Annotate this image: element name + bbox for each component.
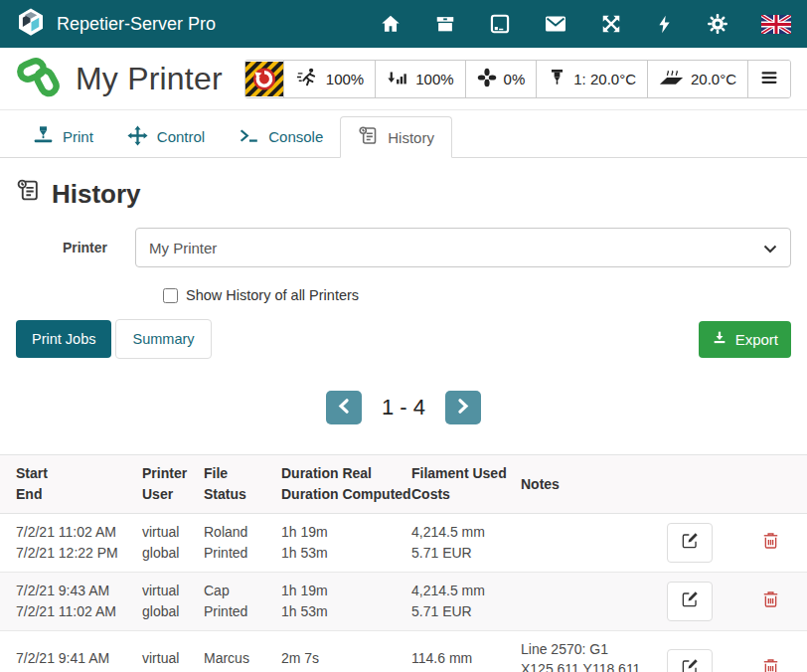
download-icon xyxy=(712,330,727,349)
extruder-icon xyxy=(548,68,566,89)
cell-printer-user: virtual global xyxy=(134,631,196,672)
chevron-down-icon xyxy=(763,240,777,256)
printer-select-row: Printer My Printer xyxy=(16,228,791,267)
edit-note-button[interactable] xyxy=(667,582,713,621)
tab-control[interactable]: Control xyxy=(110,116,222,157)
all-printers-checkbox-row: Show History of all Printers xyxy=(163,287,791,303)
view-buttons-row: Print Jobs Summary Export xyxy=(0,319,807,359)
cell-notes: Line 2570: G1 X125.611 Y118.611 E0.03238… xyxy=(513,631,646,672)
brand-title: Repetier-Server Pro xyxy=(57,14,216,35)
printer-select[interactable]: My Printer xyxy=(135,228,791,267)
delete-job-button[interactable] xyxy=(758,530,782,557)
fan-value: 0% xyxy=(504,71,526,87)
print-jobs-table: Start End Printer User File Status Durat… xyxy=(0,454,807,672)
fan-icon xyxy=(477,68,497,90)
edit-note-button[interactable] xyxy=(667,523,713,563)
tab-history-label: History xyxy=(388,129,434,146)
print-icon xyxy=(33,125,54,149)
cell-filament-costs: 114.6 mm 5.02 EUR xyxy=(404,631,513,672)
extruder-temp-value: 1: 20.0°C xyxy=(573,71,636,87)
prev-page-button[interactable] xyxy=(326,391,362,424)
edit-note-button[interactable] xyxy=(667,649,713,672)
history-section: History Printer My Printer Show History … xyxy=(0,158,807,303)
cell-file-status: Cap Printed xyxy=(196,573,273,631)
tab-console[interactable]: Console xyxy=(222,116,340,157)
language-flag-icon[interactable] xyxy=(761,15,791,34)
cell-printer-user: virtual global xyxy=(134,514,196,573)
chevron-left-icon xyxy=(338,399,350,417)
cell-start-end: 7/2/21 9:43 AM 7/2/21 11:02 AM xyxy=(0,573,134,631)
history-heading: History xyxy=(16,178,791,210)
speed-value: 100% xyxy=(326,71,364,87)
expand-icon[interactable] xyxy=(600,13,622,35)
speed-button[interactable]: 100% xyxy=(283,61,375,97)
cell-filament-costs: 4,214.5 mm 5.71 EUR xyxy=(404,573,513,631)
gear-icon[interactable] xyxy=(707,13,728,35)
col-delete xyxy=(726,455,807,514)
heated-bed-icon xyxy=(659,67,684,91)
tab-console-label: Console xyxy=(268,128,323,145)
app-logo-icon xyxy=(16,7,46,42)
summary-button[interactable]: Summary xyxy=(115,319,211,359)
chevron-right-icon xyxy=(457,399,469,417)
navbar-icons xyxy=(380,12,791,36)
cell-start-end: 7/2/21 9:41 AM 7/2/21 9:43 AM xyxy=(0,631,134,672)
cell-duration: 1h 19m 1h 53m xyxy=(273,573,404,631)
printer-frame-icon[interactable] xyxy=(489,13,511,35)
trash-icon xyxy=(761,588,780,615)
printer-tabs: Print Control Console History xyxy=(0,110,807,158)
page-title: My Printer xyxy=(76,61,223,97)
delete-job-button[interactable] xyxy=(758,656,782,672)
connection-link-icon[interactable] xyxy=(16,56,62,101)
history-clipboard-icon xyxy=(358,125,379,149)
move-arrows-icon xyxy=(127,125,148,149)
col-filament-costs: Filament Used Costs xyxy=(404,455,513,514)
cell-filament-costs: 4,214.5 mm 5.71 EUR xyxy=(404,514,513,573)
table-header-row: Start End Printer User File Status Durat… xyxy=(0,455,807,514)
printer-select-label: Printer xyxy=(16,240,135,255)
all-printers-checkbox[interactable] xyxy=(163,288,178,303)
cell-start-end: 7/2/21 11:02 AM 7/2/21 12:22 PM xyxy=(0,514,134,573)
fan-button[interactable]: 0% xyxy=(465,61,537,97)
emergency-stop-button[interactable] xyxy=(245,61,283,97)
col-printer-user: Printer User xyxy=(134,455,196,514)
table-row: 7/2/21 9:43 AM 7/2/21 11:02 AM virtual g… xyxy=(0,573,807,631)
cell-file-status: Roland Printed xyxy=(196,514,273,573)
box-icon[interactable] xyxy=(434,13,456,35)
cell-file-status: Marcus Aborted xyxy=(196,631,273,672)
next-page-button[interactable] xyxy=(445,391,481,424)
flow-button[interactable]: 100% xyxy=(375,61,464,97)
tab-history[interactable]: History xyxy=(340,116,452,158)
hamburger-menu-icon xyxy=(759,68,779,90)
brand[interactable]: Repetier-Server Pro xyxy=(16,7,216,42)
page-range-label: 1 - 4 xyxy=(382,395,425,420)
top-navbar: Repetier-Server Pro xyxy=(0,0,807,48)
print-jobs-button[interactable]: Print Jobs xyxy=(16,320,111,358)
col-file-status: File Status xyxy=(196,455,273,514)
flow-icon xyxy=(387,67,408,91)
printer-select-value: My Printer xyxy=(149,240,217,256)
history-heading-text: History xyxy=(52,179,141,210)
bed-temp-button[interactable]: 20.0°C xyxy=(647,61,747,97)
cell-duration: 1h 19m 1h 53m xyxy=(273,514,404,573)
export-button[interactable]: Export xyxy=(699,321,791,358)
tab-print[interactable]: Print xyxy=(16,116,110,157)
tab-control-label: Control xyxy=(157,128,205,145)
cell-printer-user: virtual global xyxy=(134,573,196,631)
cell-duration: 2m 7s 1h 53m xyxy=(273,631,404,672)
mail-icon[interactable] xyxy=(544,12,567,36)
cell-notes xyxy=(513,514,646,573)
export-button-label: Export xyxy=(735,331,778,348)
extruder-temp-button[interactable]: 1: 20.0°C xyxy=(536,61,647,97)
printer-menu-button[interactable] xyxy=(747,61,790,97)
col-notes: Notes xyxy=(513,455,646,514)
edit-pencil-icon xyxy=(681,589,700,614)
delete-job-button[interactable] xyxy=(758,588,782,615)
edit-pencil-icon xyxy=(681,531,700,556)
col-start-end: Start End xyxy=(0,455,134,514)
home-icon[interactable] xyxy=(380,13,402,35)
bolt-icon[interactable] xyxy=(655,14,674,35)
table-row: 7/2/21 11:02 AM 7/2/21 12:22 PM virtual … xyxy=(0,514,807,573)
tab-print-label: Print xyxy=(63,128,93,145)
all-printers-checkbox-label[interactable]: Show History of all Printers xyxy=(186,287,359,303)
